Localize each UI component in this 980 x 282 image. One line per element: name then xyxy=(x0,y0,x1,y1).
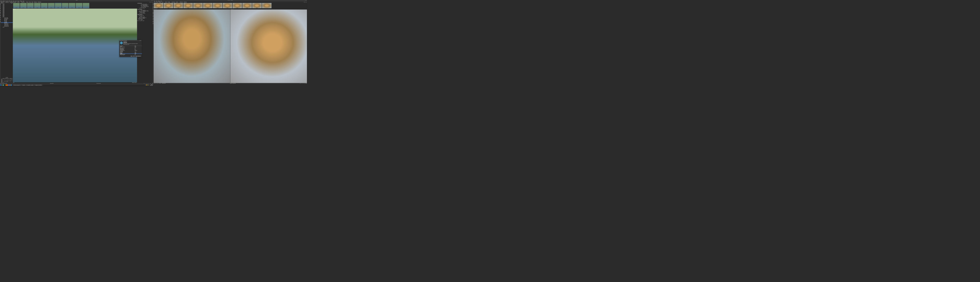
zoom-in-icon[interactable]: ⊕ xyxy=(150,83,151,84)
sidetab-labels[interactable]: Labels xyxy=(0,7,1,10)
thumbnail[interactable]: JPG xyxy=(48,3,54,8)
lt-tb-first[interactable]: First xyxy=(154,2,156,3)
task-item[interactable]: digiKam 5.4.1-2017-0... xyxy=(34,84,43,86)
menu-browse[interactable]: Browse xyxy=(0,1,2,2)
close-icon[interactable] xyxy=(153,0,153,0)
thumbstrip[interactable]: JPGJPGJPGJPGJPGJPGMOVMOVJPGJPG xyxy=(13,3,137,9)
terminal-icon[interactable] xyxy=(4,84,5,86)
sidetab-fuzzy[interactable]: Fuzzy xyxy=(0,17,1,19)
thumbnail[interactable]: JPG xyxy=(252,3,262,8)
thumbnail[interactable]: JPG xyxy=(223,3,232,8)
zoom-out-icon[interactable]: ⊖ xyxy=(144,83,144,84)
lt-menu-settings[interactable]: Settings xyxy=(158,1,160,2)
lt-tb-forward[interactable]: Forward xyxy=(158,2,162,3)
lt-menu-help[interactable]: Help xyxy=(161,1,162,2)
sidetab-filters[interactable]: Filters xyxy=(153,21,153,22)
sidetab-tools[interactable]: Tools xyxy=(153,22,153,24)
lt-menu-view[interactable]: View xyxy=(156,1,157,2)
toolbar-light-table[interactable]: Light Table▾ xyxy=(5,2,9,3)
tray-icon[interactable]: 🔊 xyxy=(145,85,146,86)
lt-tb-back[interactable]: Back xyxy=(156,2,158,3)
vlc-icon[interactable] xyxy=(5,84,7,86)
thumbnail[interactable]: JPG xyxy=(76,3,82,8)
sidetab-versions[interactable]: Versions xyxy=(153,17,153,20)
sidetab-search[interactable]: Search xyxy=(0,14,1,16)
taskbar[interactable]: Boîte de réception (6... )digiKamLight T… xyxy=(0,84,153,86)
toolbar-full-screen[interactable]: Full Screen xyxy=(38,2,41,3)
menu-settings[interactable]: Settings xyxy=(20,1,22,2)
tray-icon[interactable]: ⬆ xyxy=(149,85,150,86)
thumbnail[interactable]: JPG xyxy=(173,3,183,8)
toolbar-thumbnails[interactable]: Thumbnails xyxy=(21,2,25,3)
lt-left-image[interactable] xyxy=(154,10,230,83)
hexchat-icon[interactable] xyxy=(11,84,12,86)
lt-right-image[interactable] xyxy=(230,10,307,83)
thumbnail[interactable]: MOV xyxy=(55,3,62,8)
cal-day[interactable]: 27 xyxy=(3,82,4,83)
lt-tb-full-screen[interactable]: Full Screen xyxy=(179,2,183,3)
sidetab-properties[interactable]: Properties xyxy=(153,3,153,6)
help-button[interactable]: Help xyxy=(130,55,133,57)
dialog-close-icon[interactable]: ⊝ ⊕ ✕ xyxy=(140,40,141,41)
toolbar-import[interactable]: Import▾ xyxy=(17,2,20,3)
task-item[interactable]: Light Table — digiKam xyxy=(26,84,34,86)
sidetab-tags[interactable]: Tags xyxy=(0,5,1,7)
menu-tag[interactable]: Tag xyxy=(6,1,7,2)
thumbnail[interactable]: JPG xyxy=(13,3,20,8)
max-icon[interactable] xyxy=(152,0,153,0)
play-icon[interactable]: ▶ ⟳ ✕ xyxy=(13,9,16,10)
lt-tb-by-pair[interactable]: By Pair xyxy=(176,2,178,3)
lt-tb-slideshow[interactable]: Slideshow xyxy=(183,2,187,3)
zoom-slider-left[interactable]: ⊖⊕ xyxy=(154,83,158,84)
thumbnail[interactable]: JPG xyxy=(213,3,223,8)
filemanager-icon[interactable] xyxy=(3,84,4,86)
menu-help[interactable]: Help xyxy=(23,1,24,2)
preview-area[interactable]: ▶ ⟳ ✕ xyxy=(13,9,137,82)
sidetab-captions[interactable]: Captions xyxy=(153,15,153,17)
org-link[interactable]: digikam.org xyxy=(304,2,307,2)
thumbnail[interactable]: JPG xyxy=(20,3,27,8)
zoom-slider-right[interactable]: ⊖⊕ xyxy=(300,83,304,84)
about-row[interactable]: Panorama supportyes xyxy=(120,54,142,55)
sidetab-map[interactable]: Map xyxy=(0,19,1,21)
lt-tb-on-left[interactable]: On left xyxy=(165,2,167,3)
thumbnail[interactable]: JPG xyxy=(41,3,48,8)
cal-day[interactable]: 31 xyxy=(1,82,3,83)
thunderbird-icon[interactable] xyxy=(8,84,10,86)
ok-button[interactable]: OK xyxy=(133,55,135,57)
thumbnail[interactable]: JPG xyxy=(154,3,164,8)
sidetab-dates[interactable]: Dates xyxy=(0,10,1,11)
min-icon[interactable] xyxy=(151,0,152,0)
toolbar-map[interactable]: Map xyxy=(29,2,31,3)
thumbnail[interactable] xyxy=(262,3,272,8)
menu-edit[interactable]: Edit xyxy=(9,1,10,2)
zoom-slider[interactable] xyxy=(146,83,149,84)
lt-tb-last[interactable]: Last xyxy=(162,2,164,3)
task-item[interactable]: digiKam xyxy=(21,84,25,86)
tray-icon[interactable]: 🔒 xyxy=(148,85,149,86)
menu-tools[interactable]: Tools xyxy=(13,1,14,2)
sidetab-geolocation[interactable]: Geolocation xyxy=(153,11,153,14)
thumbnail[interactable]: JPG xyxy=(34,3,41,8)
year-2016[interactable]: ▸ 2016 xyxy=(1,27,13,28)
toolbar-slideshow[interactable]: Slideshow xyxy=(34,2,37,3)
component-table[interactable]: ComponentInfoMarble0.24.1Parallelized de… xyxy=(120,46,142,55)
sidetab-timeline[interactable]: Timeline xyxy=(0,11,1,14)
close-icon[interactable] xyxy=(306,0,307,0)
toolbar-preview[interactable]: Preview xyxy=(25,2,29,3)
sidetab-metadata[interactable]: Metadata xyxy=(153,6,153,9)
copy-to-clipboard-button[interactable]: Copy to Clipboard xyxy=(135,55,141,57)
info-icon[interactable]: ⓘ xyxy=(153,2,153,2)
calendar[interactable]: July 2015 MoTuWeThFrSaSu2712352871129151… xyxy=(1,77,13,83)
toolbar-image-editor[interactable]: Image Editor▾ xyxy=(0,2,5,3)
thumbnail[interactable]: JPG xyxy=(164,3,173,8)
thumbnail[interactable]: JPG xyxy=(232,3,242,8)
menu-export[interactable]: Export xyxy=(18,1,19,2)
menu-view[interactable]: View xyxy=(11,1,12,2)
org-link[interactable]: digikam.org xyxy=(150,2,153,2)
firefox-icon[interactable] xyxy=(7,84,8,86)
thumbnail[interactable]: JPG xyxy=(183,3,193,8)
date-tree[interactable]: ▸ 1970▸ 1999▸ 2000▸ 2001▸ 2002▸ 2003▸ 20… xyxy=(1,3,13,77)
menu-album[interactable]: Album xyxy=(3,1,5,2)
desktop-icon[interactable] xyxy=(2,84,3,86)
